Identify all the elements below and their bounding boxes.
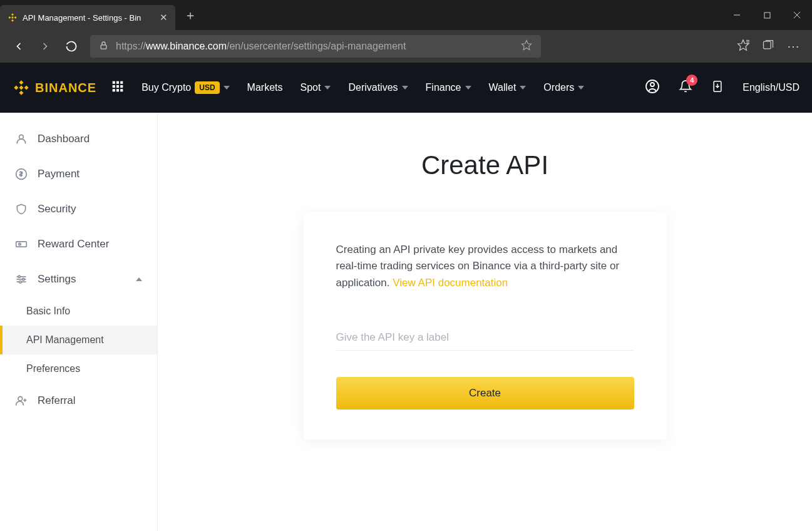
nav-buy-crypto[interactable]: Buy Crypto USD: [141, 81, 229, 94]
sidebar-label: Security: [38, 203, 76, 215]
dollar-icon: [15, 168, 28, 180]
lock-icon: [99, 41, 108, 53]
nav-label: Finance: [426, 82, 461, 93]
nav-label: Spot: [301, 82, 321, 93]
svg-rect-16: [120, 85, 123, 88]
svg-rect-18: [116, 89, 119, 91]
svg-rect-11: [113, 81, 115, 84]
create-button[interactable]: Create: [336, 377, 634, 410]
binance-favicon-icon: [8, 13, 18, 23]
svg-marker-5: [522, 41, 532, 50]
api-documentation-link[interactable]: View API documentation: [393, 277, 508, 289]
svg-rect-19: [120, 89, 123, 91]
svg-point-21: [650, 83, 654, 86]
tab-title: API Management - Settings - Bin: [23, 13, 155, 23]
content-area: Create API Creating an API private key p…: [158, 113, 812, 531]
nav-wallet[interactable]: Wallet: [489, 82, 527, 93]
svg-point-31: [18, 276, 20, 277]
grid-menu-icon[interactable]: [111, 80, 124, 95]
nav-orders[interactable]: Orders: [543, 82, 584, 93]
browser-chrome: API Management - Settings - Bin ✕ ＋ http…: [0, 0, 812, 63]
api-label-input[interactable]: [336, 325, 634, 351]
sidebar-subitem-preferences[interactable]: Preferences: [0, 354, 157, 383]
sidebar-subitem-api-management[interactable]: API Management: [0, 326, 157, 354]
favorite-icon[interactable]: [521, 39, 532, 53]
close-window-button[interactable]: [782, 3, 812, 28]
page-title: Create API: [421, 150, 548, 180]
sidebar-item-reward-center[interactable]: Reward Center: [0, 227, 157, 262]
nav-label: Markets: [247, 82, 283, 93]
minimize-button[interactable]: [722, 3, 752, 28]
header-right: 4 English/USD: [645, 79, 799, 96]
tab-bar: API Management - Settings - Bin ✕ ＋: [0, 0, 812, 30]
url-box[interactable]: https://www.binance.com/en/usercenter/se…: [90, 35, 541, 58]
settings-subitems: Basic Info API Management Preferences: [0, 297, 157, 383]
nav-derivatives[interactable]: Derivatives: [348, 82, 408, 93]
caret-down-icon: [578, 86, 584, 90]
caret-down-icon: [520, 86, 526, 90]
window-controls: [722, 3, 812, 28]
svg-marker-6: [738, 40, 749, 51]
notification-icon[interactable]: 4: [679, 80, 692, 96]
nav-spot[interactable]: Spot: [301, 82, 331, 93]
shield-icon: [15, 203, 28, 215]
caret-down-icon: [465, 86, 471, 90]
new-tab-button[interactable]: ＋: [184, 7, 197, 24]
maximize-button[interactable]: [752, 3, 782, 28]
language-currency[interactable]: English/USD: [743, 82, 799, 93]
svg-point-27: [19, 243, 21, 245]
nav-label: Derivatives: [348, 82, 398, 93]
back-button[interactable]: [11, 39, 26, 54]
profile-icon[interactable]: [645, 79, 660, 96]
sidebar-subitem-basic-info[interactable]: Basic Info: [0, 297, 157, 326]
svg-rect-13: [120, 81, 123, 84]
person-icon: [15, 133, 28, 145]
caret-up-icon: [136, 277, 142, 281]
sidebar-item-referral[interactable]: Referral: [0, 383, 157, 418]
nav-finance[interactable]: Finance: [426, 82, 471, 93]
download-icon[interactable]: [711, 80, 724, 95]
svg-rect-12: [116, 81, 119, 84]
caret-down-icon: [224, 86, 230, 90]
sidebar: Dashboard Payment Security Reward Center…: [0, 113, 158, 531]
svg-rect-17: [113, 89, 115, 91]
svg-point-24: [19, 135, 24, 139]
ticket-icon: [15, 238, 28, 250]
main-layout: Dashboard Payment Security Reward Center…: [0, 113, 812, 531]
main-nav: Buy Crypto USD Markets Spot Derivatives …: [141, 81, 584, 94]
forward-button[interactable]: [38, 39, 53, 54]
site-header: BINANCE Buy Crypto USD Markets Spot Deri…: [0, 63, 812, 113]
svg-rect-10: [764, 41, 771, 49]
sidebar-item-dashboard[interactable]: Dashboard: [0, 121, 157, 157]
svg-rect-14: [113, 85, 115, 88]
collections-icon[interactable]: [762, 39, 774, 54]
sidebar-label: Referral: [38, 394, 75, 407]
create-api-card: Creating an API private key provides acc…: [304, 212, 667, 440]
nav-label: Wallet: [489, 82, 516, 93]
svg-point-33: [19, 281, 21, 283]
sidebar-item-payment[interactable]: Payment: [0, 157, 157, 192]
nav-label: Orders: [543, 82, 574, 93]
favorites-icon[interactable]: [737, 39, 749, 54]
url-text: https://www.binance.com/en/usercenter/se…: [116, 41, 406, 52]
address-bar: https://www.binance.com/en/usercenter/se…: [0, 30, 812, 63]
more-menu-icon[interactable]: ⋯: [787, 39, 801, 54]
sidebar-item-settings[interactable]: Settings: [0, 262, 157, 297]
svg-rect-4: [101, 44, 106, 48]
svg-rect-15: [116, 85, 119, 88]
toolbar-right: ⋯: [737, 39, 801, 54]
notification-badge: 4: [686, 75, 697, 86]
browser-tab[interactable]: API Management - Settings - Bin ✕: [0, 5, 175, 30]
person-add-icon: [15, 394, 28, 407]
binance-logo[interactable]: BINANCE: [13, 79, 96, 96]
close-tab-icon[interactable]: ✕: [160, 12, 168, 23]
usd-badge: USD: [195, 81, 219, 94]
card-description: Creating an API private key provides acc…: [336, 242, 634, 291]
svg-point-32: [23, 278, 24, 280]
refresh-button[interactable]: [64, 39, 79, 54]
sidebar-label: Reward Center: [38, 238, 109, 250]
sidebar-item-security[interactable]: Security: [0, 192, 157, 227]
nav-markets[interactable]: Markets: [247, 82, 283, 93]
binance-logo-icon: [13, 79, 30, 96]
sliders-icon: [15, 273, 28, 286]
